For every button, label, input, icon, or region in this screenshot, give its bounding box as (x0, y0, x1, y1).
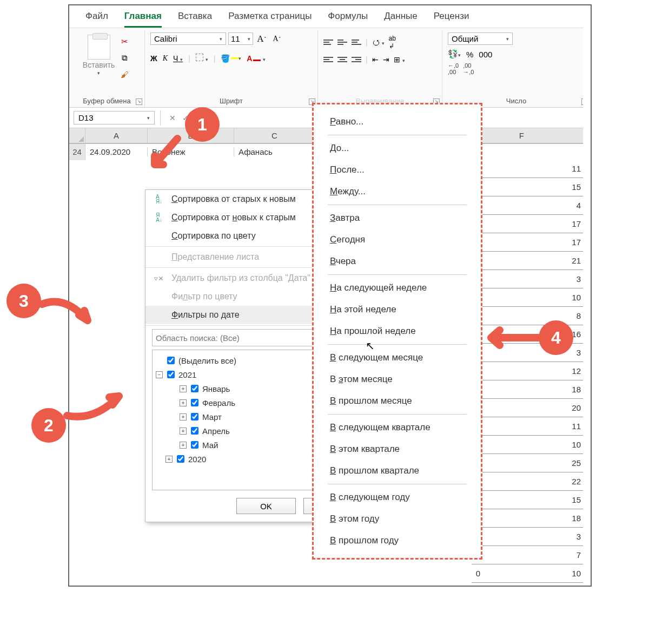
df-between[interactable]: Между... (314, 181, 481, 202)
data-row[interactable]: 011 (472, 417, 591, 436)
expand-month-4[interactable]: + (180, 442, 187, 449)
accounting-format-button[interactable]: 💱▾ (448, 49, 461, 59)
cb-select-all[interactable] (167, 357, 175, 364)
copy-button[interactable]: ⧉ (118, 52, 131, 64)
df-next-quarter[interactable]: В следующем квартале (314, 417, 481, 438)
row-header-24[interactable]: 24 (69, 144, 85, 160)
data-row[interactable]: 010 (472, 436, 591, 454)
data-row[interactable]: 017 (472, 215, 591, 233)
fill-color-button[interactable]: 🪣 ▾ (221, 54, 241, 63)
data-row[interactable]: 025 (472, 454, 591, 472)
underline-button[interactable]: Ч ▾ (173, 54, 183, 63)
data-row[interactable]: 03 (472, 528, 591, 546)
select-all-corner[interactable] (69, 128, 85, 143)
cb-month-3[interactable] (191, 427, 198, 435)
italic-button[interactable]: К (163, 54, 168, 63)
df-yesterday[interactable]: Вчера (314, 251, 481, 272)
data-row[interactable]: 07 (472, 546, 591, 564)
filter-ok-button[interactable]: OK (236, 498, 296, 514)
name-box[interactable]: D13▾ (74, 111, 155, 124)
df-next-month[interactable]: В следующем месяце (314, 347, 481, 369)
expand-month-1[interactable]: + (180, 399, 187, 406)
clipboard-dialog-launcher[interactable]: ↘ (136, 98, 142, 105)
df-before[interactable]: До... (314, 137, 481, 159)
df-after[interactable]: После... (314, 159, 481, 181)
df-today[interactable]: Сегодня (314, 229, 481, 251)
data-row[interactable]: 017 (472, 233, 591, 252)
df-last-month[interactable]: В прошлом месяце (314, 390, 481, 412)
decrease-font-button[interactable]: A˅ (270, 33, 283, 45)
format-painter-button[interactable]: 🖌 (118, 68, 131, 80)
df-tomorrow[interactable]: Завтра (314, 207, 481, 229)
font-size-combo[interactable]: 11▾ (228, 32, 253, 45)
df-next-year[interactable]: В следующем году (314, 487, 481, 508)
df-last-week[interactable]: На прошлой неделе (314, 320, 481, 342)
tab-insert[interactable]: Вставка (178, 11, 212, 28)
data-row[interactable]: 08 (472, 307, 591, 325)
expand-month-0[interactable]: + (180, 385, 187, 392)
increase-indent-button[interactable]: ⇥ (383, 55, 389, 64)
data-row[interactable]: 015 (472, 491, 591, 509)
data-row[interactable]: 021 (472, 252, 591, 270)
data-row[interactable]: 010 (472, 288, 591, 307)
df-this-month[interactable]: В этом месяце (314, 369, 481, 390)
paste-button[interactable]: Вставить ▾ (83, 35, 115, 76)
cb-month-1[interactable] (191, 399, 198, 406)
wrap-text-button[interactable]: ab↲ (389, 35, 396, 50)
expand-month-2[interactable]: + (180, 413, 187, 420)
cell-A24[interactable]: 24.09.2020 (85, 147, 148, 156)
cb-2021[interactable] (167, 371, 175, 378)
bold-button[interactable]: Ж (150, 54, 157, 63)
df-next-week[interactable]: На следующей неделе (314, 277, 481, 299)
data-row[interactable]: 011 (472, 160, 591, 178)
expand-month-3[interactable]: + (180, 428, 187, 435)
decrease-indent-button[interactable]: ⇤ (372, 55, 379, 64)
df-this-week[interactable]: На этой неделе (314, 299, 481, 320)
tab-home[interactable]: Главная (124, 11, 162, 28)
increase-decimal-button[interactable]: ←,0,00 (448, 62, 459, 75)
df-this-year[interactable]: В этом году (314, 508, 481, 530)
tab-review[interactable]: Рецензи (434, 11, 469, 28)
col-header-C[interactable]: C (234, 128, 315, 143)
cb-2020[interactable] (177, 455, 184, 463)
data-row[interactable]: 015 (472, 178, 591, 196)
font-color-button[interactable]: A ▾ (247, 54, 266, 63)
decrease-decimal-button[interactable]: ,00→,0 (463, 62, 474, 75)
tab-page-layout[interactable]: Разметка страницы (228, 11, 312, 28)
data-row[interactable]: 020 (472, 399, 591, 417)
align-middle-button[interactable] (337, 38, 347, 46)
data-row[interactable]: 018 (472, 509, 591, 528)
df-last-quarter[interactable]: В прошлом квартале (314, 460, 481, 482)
expand-2020[interactable]: + (165, 456, 173, 463)
cut-button[interactable]: ✂ (118, 36, 131, 48)
align-top-button[interactable] (323, 38, 333, 46)
df-this-quarter[interactable]: В этом квартале (314, 438, 481, 460)
df-last-year[interactable]: В прошлом году (314, 530, 481, 551)
col-header-A[interactable]: A (85, 128, 148, 143)
tab-file[interactable]: Файл (85, 11, 108, 28)
df-equals[interactable]: Равно... (314, 111, 481, 133)
cancel-formula-button[interactable]: ✕ (166, 114, 179, 122)
cb-month-0[interactable] (191, 385, 198, 392)
data-row[interactable]: 012 (472, 362, 591, 380)
merge-button[interactable]: ⊞ ▾ (394, 55, 405, 64)
cell-C24[interactable]: Афанась (234, 147, 315, 156)
cb-month-4[interactable] (191, 441, 198, 449)
expand-2021[interactable]: − (156, 371, 163, 378)
cb-month-2[interactable] (191, 413, 198, 420)
comma-format-button[interactable]: 000 (479, 50, 492, 59)
data-row[interactable]: 03 (472, 270, 591, 288)
data-row[interactable]: 04 (472, 196, 591, 215)
tab-formulas[interactable]: Формулы (328, 11, 368, 28)
align-bottom-button[interactable] (352, 38, 361, 46)
align-right-button[interactable] (352, 56, 361, 63)
data-row[interactable]: 010 (472, 564, 591, 583)
align-left-button[interactable] (323, 56, 333, 63)
increase-font-button[interactable]: A˄ (255, 33, 268, 45)
orientation-button[interactable]: ⭯ ▾ (372, 38, 385, 47)
align-center-button[interactable] (337, 56, 347, 63)
tab-data[interactable]: Данные (384, 11, 417, 28)
number-format-combo[interactable]: Общий▾ (448, 32, 513, 45)
borders-button[interactable]: ▾ (196, 54, 208, 63)
percent-format-button[interactable]: % (466, 50, 473, 59)
